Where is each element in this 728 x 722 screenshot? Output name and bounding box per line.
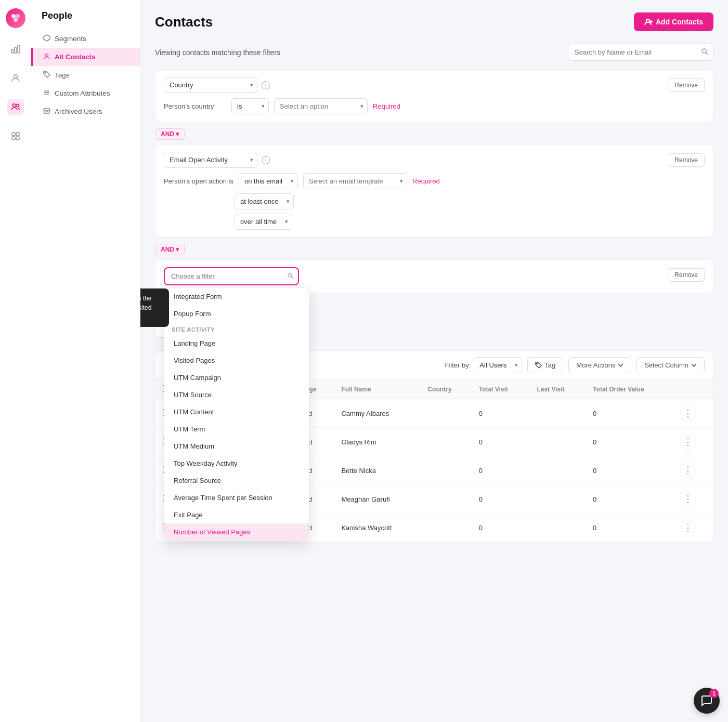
nav-icon-integrations[interactable]	[7, 128, 24, 145]
dropdown-item-popup-form[interactable]: Popup Form	[164, 305, 309, 322]
custom-attributes-icon	[43, 89, 50, 98]
persons-open-action-label: Person's open action is	[164, 177, 233, 185]
row-actions-button[interactable]: ⋮	[680, 434, 696, 450]
row-total-visit: 0	[472, 399, 530, 428]
filter-search-icon	[287, 272, 294, 281]
filter-type-email-wrap[interactable]: Email Open Activity	[164, 152, 257, 168]
sidebar-item-segments[interactable]: Segments	[31, 30, 140, 48]
svg-rect-3	[11, 49, 14, 53]
chat-badge: 1	[709, 689, 719, 698]
dropdown-item-utm-term[interactable]: UTM Term	[164, 421, 309, 438]
row-total-visit: 0	[472, 485, 530, 514]
and-badge-1[interactable]: AND ▾	[155, 128, 185, 140]
all-users-select[interactable]: All Users	[474, 357, 522, 373]
dropdown-item-viewed-pages[interactable]: Number of Viewed Pages	[164, 523, 309, 541]
row-actions-button[interactable]: ⋮	[680, 405, 696, 421]
nav-icon-contacts[interactable]	[7, 70, 24, 86]
dropdown-item-utm-source[interactable]: UTM Source	[164, 386, 309, 403]
th-last-visit: Last Visit	[529, 380, 586, 399]
row-actions-button[interactable]: ⋮	[680, 520, 696, 535]
country-option-placeholder: Select an option	[280, 102, 328, 110]
sidebar-item-all-contacts[interactable]: All Contacts	[31, 48, 140, 66]
filter-card-country: Country i Remove Person's country is is …	[155, 69, 713, 122]
remove-country-filter-button[interactable]: Remove	[668, 78, 705, 92]
dropdown-item-referral-source[interactable]: Referral Source	[164, 472, 309, 489]
sidebar-item-tags[interactable]: Tags	[31, 66, 140, 84]
svg-point-6	[14, 75, 17, 78]
row-actions-button[interactable]: ⋮	[680, 491, 696, 507]
sidebar-item-archived-users[interactable]: Archived Users	[31, 102, 140, 121]
email-info-icon[interactable]: i	[262, 156, 270, 164]
dropdown-item-top-weekday[interactable]: Top Weekday Activity	[164, 455, 309, 472]
chat-bubble[interactable]: 1	[694, 688, 720, 714]
country-condition-wrap[interactable]: is is not	[231, 98, 269, 114]
all-users-select-wrap[interactable]: All Users	[474, 357, 522, 373]
tag-button[interactable]: Tag	[527, 357, 563, 373]
row-actions-button[interactable]: ⋮	[680, 463, 696, 478]
country-condition-select[interactable]: is is not	[231, 98, 269, 114]
over-all-time-select[interactable]: over all time in the last between	[235, 214, 292, 230]
country-info-icon[interactable]: i	[262, 81, 270, 89]
search-icon[interactable]	[701, 48, 708, 57]
app-logo	[6, 8, 25, 28]
row-country	[420, 485, 471, 514]
dropdown-item-exit-page[interactable]: Exit Page	[164, 506, 309, 523]
svg-point-8	[16, 104, 19, 107]
filter-by-label: Filter by:	[445, 361, 471, 369]
sidebar-item-label: Segments	[55, 35, 86, 43]
country-option-wrap[interactable]: Select an option	[274, 98, 368, 114]
dropdown-item-integrated-form[interactable]: Integrated Form	[164, 288, 309, 305]
dropdown-item-utm-content[interactable]: UTM Content	[164, 403, 309, 421]
svg-point-13	[46, 54, 48, 57]
on-this-email-wrap[interactable]: on this email on any email	[239, 173, 298, 189]
email-required-badge: Required	[412, 177, 440, 185]
dropdown-item-visited-pages[interactable]: Visited Pages	[164, 352, 309, 369]
row-total-visit: 0	[472, 428, 530, 456]
row-full-name: Gladys Rim	[334, 428, 420, 456]
at-least-once-select[interactable]: at least once more than less than	[235, 193, 294, 209]
email-template-select[interactable]: Select an email template	[303, 173, 407, 189]
email-filter-row-3: over all time in the last between	[164, 214, 705, 230]
add-contacts-label: Add Contacts	[656, 18, 703, 26]
sidebar-item-custom-attributes[interactable]: Custom Attributes	[31, 84, 140, 102]
row-total-order-value: 0	[586, 456, 673, 485]
remove-choose-filter-button[interactable]: Remove	[668, 268, 705, 282]
and-badge-2[interactable]: AND ▾	[155, 244, 185, 255]
country-option-select[interactable]: Select an option	[274, 98, 368, 114]
row-full-name: Cammy Albares	[334, 399, 420, 428]
email-template-wrap[interactable]: Select an email template	[303, 173, 407, 189]
th-total-visit: Total Visit	[472, 380, 530, 399]
filter-type-country-select[interactable]: Country	[164, 77, 257, 93]
row-country	[420, 428, 471, 456]
email-filter-row-2: at least once more than less than	[164, 193, 705, 209]
filter-card-header-email: Email Open Activity i Remove	[164, 152, 705, 168]
svg-rect-5	[18, 45, 20, 53]
row-last-visit	[529, 456, 586, 485]
add-contacts-button[interactable]: Add Contacts	[634, 12, 713, 31]
dropdown-item-landing-page[interactable]: Landing Page	[164, 335, 309, 352]
row-full-name: Meaghan Garufi	[334, 485, 420, 514]
nav-icon-people[interactable]	[7, 99, 24, 115]
search-input[interactable]	[568, 44, 713, 61]
dropdown-item-utm-campaign[interactable]: UTM Campaign	[164, 369, 309, 386]
dropdown-item-avg-time[interactable]: Average Time Spent per Session	[164, 489, 309, 506]
row-total-visit: 0	[472, 514, 530, 542]
row-last-visit	[529, 514, 586, 542]
row-actions-cell: ⋮	[673, 456, 713, 485]
svg-line-26	[291, 277, 293, 279]
table-toolbar-right: Filter by: All Users Tag More Acti	[445, 357, 705, 373]
remove-email-filter-button[interactable]: Remove	[668, 153, 705, 167]
filter-type-select-wrap[interactable]: Country	[164, 77, 257, 93]
row-total-order-value: 0	[586, 485, 673, 514]
dropdown-item-utm-medium[interactable]: UTM Medium	[164, 438, 309, 455]
filter-type-email-select[interactable]: Email Open Activity	[164, 152, 257, 168]
svg-point-23	[702, 49, 706, 53]
select-column-button[interactable]: Select Column	[636, 357, 705, 373]
nav-icon-analytics[interactable]	[7, 41, 24, 57]
more-actions-button[interactable]: More Actions	[568, 357, 631, 373]
at-least-once-wrap[interactable]: at least once more than less than	[235, 193, 294, 209]
over-all-time-wrap[interactable]: over all time in the last between	[235, 214, 292, 230]
choose-filter-input[interactable]	[164, 267, 299, 285]
filter-card-email: Email Open Activity i Remove Person's op…	[155, 144, 713, 238]
on-this-email-select[interactable]: on this email on any email	[239, 173, 298, 189]
